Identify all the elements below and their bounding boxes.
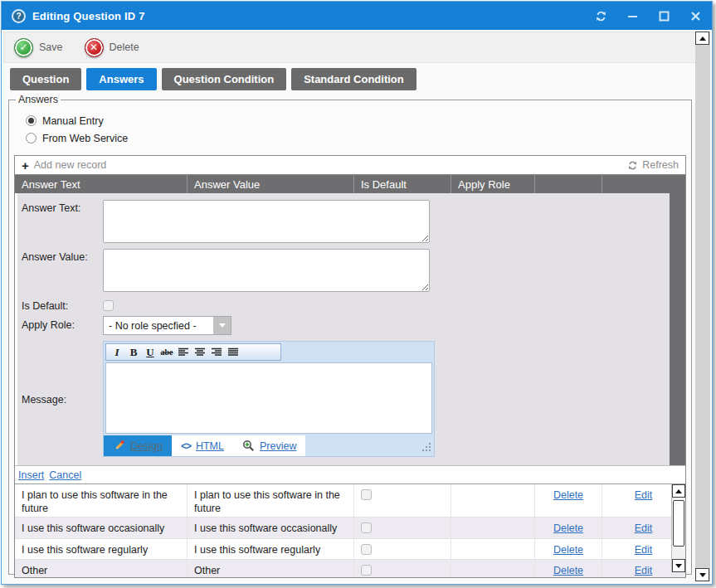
from-web-service-radio-icon [26, 133, 37, 143]
row-delete-link[interactable]: Delete [553, 522, 583, 535]
row-is-default-checkbox[interactable] [361, 522, 372, 533]
html-mode-tab[interactable]: <> HTML [172, 435, 233, 456]
cell-answer-text: I use this software regularly [15, 539, 188, 559]
tab-strip: Question Answers Question Condition Stan… [10, 68, 712, 90]
design-mode-tab[interactable]: Design [104, 435, 172, 456]
dialog-scroll-up-icon[interactable] [695, 32, 709, 45]
tab-question-condition[interactable]: Question Condition [162, 68, 287, 90]
delete-button[interactable]: ✕ Delete [85, 38, 139, 57]
row-is-default-checkbox[interactable] [361, 489, 372, 500]
plus-icon: + [22, 159, 29, 172]
cell-answer-text: I plan to use this software in the futur… [15, 484, 188, 517]
row-is-default-checkbox[interactable] [361, 544, 372, 555]
message-label: Message: [22, 341, 103, 457]
bold-button[interactable]: B [126, 345, 141, 359]
dialog-scroll-down-icon[interactable] [695, 568, 709, 581]
grid-rows-area: I plan to use this software in the futur… [15, 484, 685, 577]
html-code-icon: <> [181, 440, 191, 452]
action-toolbar: ✓ Save ✕ Delete [3, 32, 710, 63]
row-delete-link[interactable]: Delete [553, 543, 583, 556]
close-icon[interactable] [689, 9, 702, 22]
answer-value-input[interactable] [103, 249, 430, 292]
row-edit-link[interactable]: Edit [635, 488, 653, 502]
grid-command-row: + Add new record Refresh [15, 156, 685, 174]
scroll-down-icon[interactable] [672, 559, 685, 572]
cell-answer-value: I use this software occasionally [188, 518, 354, 538]
help-icon[interactable]: ? [12, 9, 26, 23]
is-default-label: Is Default: [22, 298, 103, 312]
column-header-answer-value[interactable]: Answer Value [188, 175, 354, 193]
column-header-answer-text[interactable]: Answer Text [15, 175, 188, 193]
align-justify-icon [227, 347, 239, 357]
table-row[interactable]: I use this software regularly I use this… [15, 539, 685, 560]
answers-groupbox: Answers Manual Entry From Web Service + … [8, 94, 692, 575]
row-edit-link[interactable]: Edit [635, 564, 653, 577]
editor-mode-bar: Design <> HTML [104, 435, 434, 456]
column-header-empty-2 [602, 175, 685, 193]
strikethrough-button[interactable]: abe [159, 345, 174, 359]
is-default-checkbox[interactable] [103, 300, 114, 311]
inline-edit-section: Answer Text: Answer Value: Is Default: A… [15, 193, 685, 466]
row-delete-link[interactable]: Delete [553, 488, 583, 502]
maximize-icon[interactable] [657, 9, 670, 22]
italic-button[interactable]: I [110, 345, 124, 359]
pencil-icon [113, 440, 125, 452]
answer-value-label: Answer Value: [22, 249, 103, 292]
save-icon: ✓ [14, 38, 33, 57]
entry-mode-radios: Manual Entry From Web Service [12, 107, 688, 153]
row-delete-link[interactable]: Delete [553, 564, 583, 577]
answers-grid: + Add new record Refresh Answer Text Ans… [14, 155, 686, 578]
cell-answer-value: I use this software regularly [188, 539, 354, 559]
answers-legend: Answers [16, 94, 61, 105]
magnifier-plus-icon [242, 440, 255, 452]
editor-toolbar-strip: I B U abe [104, 342, 434, 362]
message-content-area[interactable] [105, 362, 432, 434]
rows-scrollbar[interactable] [671, 484, 685, 572]
chevron-down-icon [219, 323, 226, 328]
cell-apply-role [451, 484, 535, 517]
row-edit-link[interactable]: Edit [635, 522, 653, 535]
window-title: Editing Question ID 7 [32, 10, 145, 22]
table-row[interactable]: I use this software occasionally I use t… [15, 518, 685, 539]
align-center-button[interactable] [192, 345, 207, 359]
edit-section-right-strip [670, 193, 685, 465]
minimize-icon[interactable] [626, 9, 639, 22]
row-is-default-checkbox[interactable] [361, 565, 372, 576]
apply-role-dropdown[interactable]: - No role specfied - [103, 316, 231, 335]
tab-answers[interactable]: Answers [86, 68, 156, 90]
scroll-up-icon[interactable] [672, 484, 685, 498]
table-row[interactable]: I plan to use this software in the futur… [15, 484, 685, 518]
align-right-icon [211, 347, 222, 357]
tab-question[interactable]: Question [10, 68, 81, 90]
add-new-record-label: Add new record [34, 159, 107, 171]
apply-role-label: Apply Role: [22, 316, 103, 335]
preview-mode-tab[interactable]: Preview [233, 435, 305, 456]
edit-question-dialog: ? Editing Question ID 7 [1, 1, 713, 585]
column-header-is-default[interactable]: Is Default [354, 175, 451, 193]
tab-standard-condition[interactable]: Standard Condition [291, 68, 416, 90]
underline-button[interactable]: U [143, 345, 158, 359]
row-edit-link[interactable]: Edit [635, 543, 653, 556]
add-new-record-button[interactable]: + Add new record [22, 159, 106, 172]
align-left-button[interactable] [176, 345, 191, 359]
save-button[interactable]: ✓ Save [14, 38, 63, 57]
insert-link[interactable]: Insert [18, 469, 44, 481]
dialog-scrollbar[interactable] [695, 32, 710, 581]
cell-answer-text: I use this software occasionally [15, 518, 188, 538]
radio-from-web-service[interactable]: From Web Service [26, 129, 688, 147]
table-row[interactable]: Other Other Delete Edit [15, 560, 685, 577]
refresh-grid-button[interactable]: Refresh [627, 159, 679, 171]
editor-resize-grip[interactable] [421, 441, 431, 451]
align-right-button[interactable] [209, 345, 224, 359]
html-mode-label: HTML [196, 440, 224, 452]
align-justify-button[interactable] [226, 345, 241, 359]
column-header-apply-role[interactable]: Apply Role [451, 175, 535, 193]
edit-actions-row: Insert Cancel [15, 466, 685, 484]
radio-manual-entry[interactable]: Manual Entry [26, 112, 688, 129]
dropdown-arrow-button[interactable] [213, 317, 231, 334]
rows-scrollbar-thumb[interactable] [673, 500, 684, 547]
message-rich-text-editor: I B U abe [103, 341, 435, 457]
answer-text-input[interactable] [103, 200, 430, 243]
refresh-window-icon[interactable] [594, 9, 607, 22]
cancel-link[interactable]: Cancel [49, 469, 81, 481]
